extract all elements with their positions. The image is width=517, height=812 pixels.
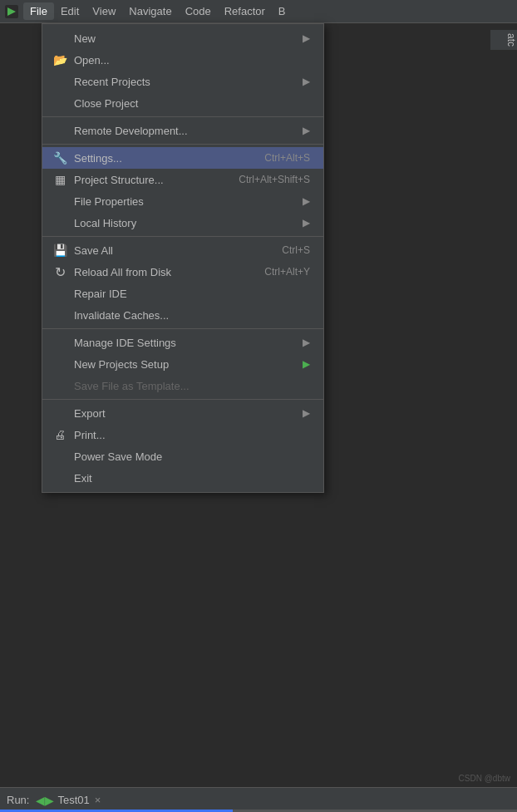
print-icon: 🖨 <box>52 427 67 442</box>
menu-item-exit[interactable]: Exit <box>42 467 323 489</box>
separator-5 <box>42 399 323 400</box>
new-arrow: ▶ <box>303 32 310 44</box>
run-bar: Run: ◀▶ Test01 × <box>0 787 517 812</box>
menu-item-repair-ide[interactable]: Repair IDE <box>42 283 323 304</box>
save-template-icon <box>52 378 67 393</box>
menu-navigate[interactable]: Navigate <box>122 2 178 20</box>
menu-item-file-properties[interactable]: File Properties ▶ <box>42 190 323 212</box>
menu-item-manage-ide-label: Manage IDE Settings <box>74 337 296 349</box>
menu-item-local-history-label: Local History <box>74 217 296 229</box>
save-all-shortcut: Ctrl+S <box>282 244 310 256</box>
menu-item-close-label: Close Project <box>74 97 310 110</box>
menu-item-close-project[interactable]: Close Project <box>42 92 323 114</box>
manage-ide-icon <box>52 335 67 350</box>
reload-shortcut: Ctrl+Alt+Y <box>264 266 310 278</box>
menu-item-project-structure-label: Project Structure... <box>74 174 222 186</box>
separator-2 <box>42 144 323 145</box>
menu-item-save-all-label: Save All <box>74 244 265 257</box>
menu-item-reload-all[interactable]: ↻ Reload All from Disk Ctrl+Alt+Y <box>42 261 323 283</box>
menu-item-export-label: Export <box>74 407 296 420</box>
new-projects-arrow: ▶ <box>303 358 310 370</box>
file-dropdown-menu: New ▶ 📂 Open... Recent Projects ▶ Close … <box>42 23 324 493</box>
local-history-arrow: ▶ <box>303 217 310 229</box>
reload-all-icon: ↻ <box>52 264 67 279</box>
menu-edit[interactable]: Edit <box>54 2 86 20</box>
menu-item-new-projects-setup[interactable]: New Projects Setup ▶ <box>42 353 323 375</box>
menu-item-settings-label: Settings... <box>74 152 248 165</box>
menu-item-new-projects-label: New Projects Setup <box>74 358 296 371</box>
menu-file[interactable]: File <box>23 2 54 20</box>
exit-icon <box>52 470 67 485</box>
menu-item-remote-label: Remote Development... <box>74 125 296 137</box>
new-projects-icon <box>52 357 67 372</box>
menu-item-save-template-label: Save File as Template... <box>74 380 310 392</box>
app-logo <box>3 3 20 20</box>
menu-item-print-label: Print... <box>74 429 310 441</box>
remote-icon <box>52 123 67 138</box>
menu-view[interactable]: View <box>86 2 122 20</box>
separator-3 <box>42 236 323 237</box>
menu-b[interactable]: B <box>272 2 293 20</box>
save-all-icon: 💾 <box>52 243 67 258</box>
power-save-icon <box>52 449 67 464</box>
remote-arrow: ▶ <box>303 125 310 136</box>
run-arrows[interactable]: ◀▶ <box>36 794 54 807</box>
menu-item-manage-ide[interactable]: Manage IDE Settings ▶ <box>42 332 323 353</box>
file-properties-arrow: ▶ <box>303 195 310 207</box>
menu-item-save-file-template[interactable]: Save File as Template... <box>42 375 323 396</box>
project-structure-shortcut: Ctrl+Alt+Shift+S <box>239 174 310 185</box>
menu-item-export[interactable]: Export ▶ <box>42 402 323 424</box>
menu-item-exit-label: Exit <box>74 472 310 485</box>
project-structure-icon: ▦ <box>52 172 67 187</box>
run-close-button[interactable]: × <box>95 794 101 806</box>
recent-icon <box>52 74 67 89</box>
menu-item-file-properties-label: File Properties <box>74 195 296 208</box>
menu-item-remote-development[interactable]: Remote Development... ▶ <box>42 120 323 141</box>
menu-refactor[interactable]: Refactor <box>218 2 272 20</box>
menu-item-reload-label: Reload All from Disk <box>74 266 248 278</box>
settings-shortcut: Ctrl+Alt+S <box>264 152 310 164</box>
menu-item-invalidate-label: Invalidate Caches... <box>74 309 310 322</box>
menu-item-invalidate-caches[interactable]: Invalidate Caches... <box>42 304 323 326</box>
run-label: Run: <box>7 794 29 806</box>
recent-arrow: ▶ <box>303 76 310 87</box>
menu-item-project-structure[interactable]: ▦ Project Structure... Ctrl+Alt+Shift+S <box>42 169 323 190</box>
menu-item-power-save[interactable]: Power Save Mode <box>42 445 323 467</box>
menu-item-repair-label: Repair IDE <box>74 288 310 300</box>
menu-item-recent-projects[interactable]: Recent Projects ▶ <box>42 71 323 92</box>
run-project-name: Test01 <box>57 794 89 806</box>
menu-bar: File Edit View Navigate Code Refactor B <box>0 0 517 23</box>
open-icon: 📂 <box>52 52 67 67</box>
menu-item-power-save-label: Power Save Mode <box>74 450 310 463</box>
export-arrow: ▶ <box>303 407 310 419</box>
menu-item-local-history[interactable]: Local History ▶ <box>42 212 323 234</box>
export-icon <box>52 406 67 421</box>
menu-item-save-all[interactable]: 💾 Save All Ctrl+S <box>42 239 323 261</box>
invalidate-icon <box>52 308 67 322</box>
menu-code[interactable]: Code <box>179 2 218 20</box>
new-icon <box>52 31 67 46</box>
menu-item-open-label: Open... <box>74 54 310 66</box>
repair-ide-icon <box>52 286 67 301</box>
menu-item-print[interactable]: 🖨 Print... <box>42 424 323 445</box>
menu-item-new[interactable]: New ▶ <box>42 27 323 49</box>
right-side-text: atc <box>490 30 517 50</box>
left-panel <box>0 23 42 787</box>
separator-1 <box>42 116 323 117</box>
separator-4 <box>42 328 323 329</box>
close-project-icon <box>52 96 67 111</box>
manage-ide-arrow: ▶ <box>303 337 310 348</box>
settings-wrench-icon: 🔧 <box>52 150 67 165</box>
menu-item-settings[interactable]: 🔧 Settings... Ctrl+Alt+S <box>42 147 323 169</box>
menu-item-recent-label: Recent Projects <box>74 76 296 88</box>
menu-item-open[interactable]: 📂 Open... <box>42 49 323 71</box>
local-history-icon <box>52 215 67 230</box>
watermark: CSDN @dbtw <box>459 774 510 783</box>
file-properties-icon <box>52 194 67 209</box>
menu-item-new-label: New <box>74 32 296 45</box>
